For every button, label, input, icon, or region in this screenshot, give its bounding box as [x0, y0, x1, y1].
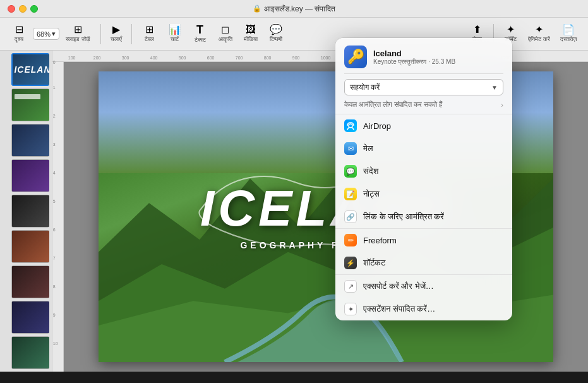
slide-thumbnail-9[interactable]: [11, 336, 49, 369]
share-info-chevron-icon: ›: [501, 101, 503, 109]
notes-icon: 📝: [344, 188, 357, 200]
maximize-button[interactable]: [30, 5, 38, 13]
share-info-row[interactable]: केवल आमंत्रित लोग संपादित कर सकते हैं ›: [344, 100, 503, 109]
shapes-icon: ◻: [221, 25, 229, 35]
media-button[interactable]: 🖼 मीडिया: [239, 23, 262, 45]
animate-button[interactable]: ✦ ऐनिमेट करें: [524, 23, 554, 45]
menu-item-export[interactable]: ↗ एक्सपोर्ट करें और भेजें…: [335, 275, 512, 298]
list-item[interactable]: 1 ICELAND: [3, 53, 49, 86]
popup-subtitle: Keynote प्रस्तुतीकरण · 25.3 MB: [373, 58, 503, 66]
popup-header-divider: [344, 73, 503, 74]
minimize-button[interactable]: [19, 5, 27, 13]
share-popup: 🔑 Iceland Keynote प्रस्तुतीकरण · 25.3 MB…: [335, 38, 512, 320]
toolbar-divider-1: [100, 24, 101, 44]
menu-item-mail[interactable]: ✉ मेल: [335, 137, 512, 160]
text-icon: T: [196, 24, 203, 35]
list-item[interactable]: 9: [3, 336, 49, 369]
slide-thumbnail-7[interactable]: [11, 265, 49, 298]
document-icon: 📄: [562, 25, 575, 35]
mail-label: मेल: [363, 143, 373, 154]
menu-item-notes[interactable]: 📝 नोट्स: [335, 183, 512, 205]
export-label: एक्सपोर्ट करें और भेजें…: [363, 281, 434, 291]
dropdown-arrow-icon: ▼: [491, 84, 498, 91]
export-icon: ↗: [344, 280, 357, 293]
mail-icon: ✉: [344, 142, 357, 155]
list-item[interactable]: 6: [3, 230, 49, 263]
list-item[interactable]: 8: [3, 301, 49, 334]
menu-item-messages[interactable]: 💬 संदेश: [335, 160, 512, 183]
airdrop-label: AirDrop: [363, 121, 391, 131]
slide-thumbnail-8[interactable]: [11, 301, 49, 334]
link-icon: 🔗: [344, 210, 357, 223]
play-button[interactable]: ▶ चलाएँ: [105, 23, 128, 45]
airdrop-icon: [344, 119, 357, 132]
view-icon: ⊟: [15, 25, 23, 35]
format-icon: ✦: [507, 25, 515, 35]
ruler-left: 0 1 2 3 4 5 6 7 8 9 10: [52, 62, 64, 372]
traffic-lights: [8, 5, 38, 13]
list-item[interactable]: 5: [3, 195, 49, 228]
share-icon: ⬆: [473, 25, 481, 35]
notes-label: नोट्स: [363, 189, 380, 199]
slide-thumbnail-1[interactable]: ICELAND: [11, 53, 49, 86]
menu-item-extension[interactable]: ✦ एक्सटेंशन संपादित करें…: [335, 298, 512, 320]
window-title: 🔒 आइसलैंड.key — संपादित: [253, 4, 336, 13]
popup-app-icon: 🔑: [344, 46, 367, 68]
messages-label: संदेश: [363, 166, 378, 176]
media-icon: 🖼: [246, 25, 256, 35]
slide-thumbnail-4[interactable]: [11, 159, 49, 192]
list-item[interactable]: 7: [3, 265, 49, 298]
chart-button[interactable]: 📊 चार्ट: [164, 23, 186, 45]
slide-thumbnail-3[interactable]: [11, 124, 49, 157]
comment-button[interactable]: 💬 टिप्पणी: [265, 23, 287, 45]
comment-icon: 💬: [270, 25, 282, 35]
add-slide-button[interactable]: ⊞ स्लाइड जोड़ें: [62, 23, 94, 45]
play-icon: ▶: [112, 25, 120, 35]
share-info-text: केवल आमंत्रित लोग संपादित कर सकते हैं: [344, 100, 442, 109]
share-dropdown-label: सहयोग करें: [350, 83, 380, 92]
lock-icon: 🔒: [253, 4, 261, 13]
table-button[interactable]: ⊞ टेबल: [138, 23, 161, 45]
table-icon: ⊞: [145, 25, 153, 35]
slide-panel[interactable]: 1 ICELAND 2 3: [0, 51, 52, 372]
menu-item-freeform[interactable]: ✏ Freeform: [335, 229, 512, 252]
text-button[interactable]: T टेक्स्ट: [189, 22, 212, 46]
extension-label: एक्सटेंशन संपादित करें…: [363, 304, 435, 314]
slide-thumbnail-2[interactable]: [11, 88, 49, 121]
shapes-button[interactable]: ◻ आकृति: [214, 23, 237, 45]
extension-icon: ✦: [344, 303, 357, 315]
slide-thumbnail-5[interactable]: [11, 195, 49, 228]
slide-thumbnail-6[interactable]: [11, 230, 49, 263]
document-button[interactable]: 📄 दस्तावेज़: [556, 23, 580, 45]
freeform-label: Freeform: [363, 236, 397, 245]
popup-title: Iceland: [373, 49, 503, 58]
titlebar: 🔒 आइसलैंड.key — संपादित: [0, 0, 588, 18]
menu-item-shortcut[interactable]: ⚡ शॉर्टकट: [335, 252, 512, 274]
list-item[interactable]: 2: [3, 88, 49, 121]
share-dropdown[interactable]: सहयोग करें ▼: [344, 79, 503, 95]
menu-item-link[interactable]: 🔗 लिंक के जरिए आमंत्रित करें: [335, 205, 512, 228]
zoom-arrow-icon: ▾: [52, 30, 56, 38]
list-item[interactable]: 3: [3, 124, 49, 157]
zoom-control[interactable]: 68% ▾: [33, 28, 59, 40]
freeform-icon: ✏: [344, 234, 357, 246]
close-button[interactable]: [8, 5, 15, 13]
toolbar-left-group: ⊟ दृश्य 68% ▾ ⊞ स्लाइड जोड़ें: [5, 23, 97, 45]
popup-title-area: Iceland Keynote प्रस्तुतीकरण · 25.3 MB: [373, 49, 503, 66]
popup-header: 🔑 Iceland Keynote प्रस्तुतीकरण · 25.3 MB: [335, 38, 512, 73]
add-slide-icon: ⊞: [74, 25, 82, 35]
toolbar-divider-2: [131, 24, 132, 44]
toolbar-insert-group: ⊞ टेबल 📊 चार्ट T टेक्स्ट ◻ आकृति 🖼 मीडिय…: [136, 22, 290, 46]
shortcut-icon: ⚡: [344, 257, 357, 269]
chart-icon: 📊: [169, 25, 181, 35]
messages-icon: 💬: [344, 165, 357, 178]
view-button[interactable]: ⊟ दृश्य: [8, 23, 30, 45]
animate-icon: ✦: [535, 25, 543, 35]
svg-point-3: [349, 124, 352, 128]
list-item[interactable]: 4: [3, 159, 49, 192]
menu-item-airdrop[interactable]: AirDrop: [335, 114, 512, 137]
shortcut-label: शॉर्टकट: [363, 258, 385, 268]
link-label: लिंक के जरिए आमंत्रित करें: [363, 212, 444, 222]
